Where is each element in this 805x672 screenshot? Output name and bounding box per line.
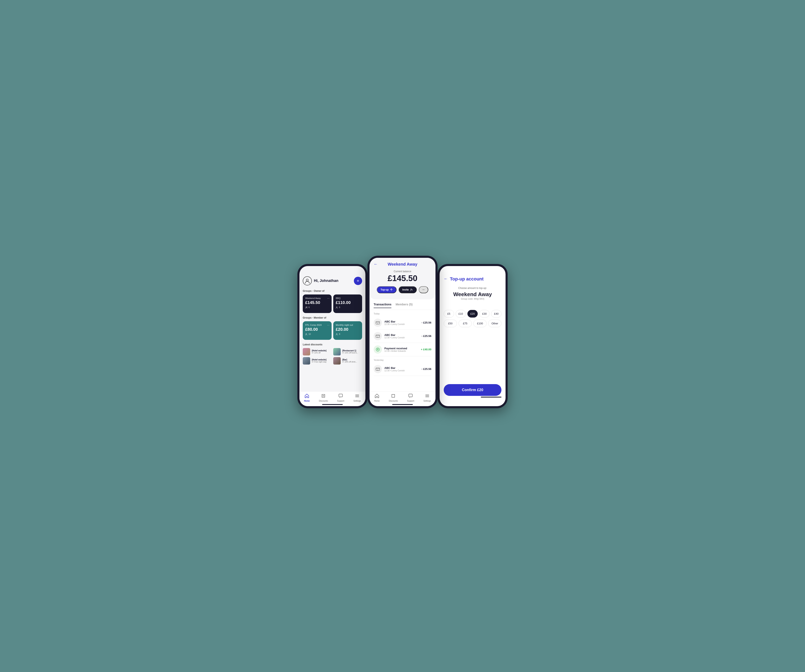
yesterday-label: Yesterday (374, 356, 431, 363)
screen-title-2: Weekend Away (388, 262, 417, 267)
topup-screen-wrapper: ← Top-up account Choose amount to top-up… (440, 266, 506, 406)
discount-info-1: [Hotel website] 🏷 10% off (312, 350, 332, 354)
svg-rect-6 (339, 394, 343, 397)
nav-discounts[interactable]: Discounts (319, 394, 328, 402)
topup-screen-content: ← Top-up account Choose amount to top-up… (440, 266, 506, 406)
discounts-grid: [Hotel website] 🏷 10% off [Restaurant 1]… (303, 348, 362, 365)
discount-name-4: [Bar] (342, 358, 362, 361)
nav2-discounts[interactable]: Discounts (389, 394, 398, 402)
discount-info-2: [Restaurant 1] 🏷 15% off food b... (342, 350, 362, 354)
amount-btn-5[interactable]: £5 (444, 310, 454, 317)
phone-transactions: ← Weekend Away Current balance £145.50 T… (368, 256, 437, 408)
bottom-spacer-3 (444, 396, 501, 402)
tx-meta-3: 12:30 • Amber Edwards (384, 350, 418, 352)
svg-point-5 (336, 334, 337, 334)
tx-item-4[interactable]: ABC Bar 12:30 • Lenny Cornish - £25.56 (374, 363, 431, 376)
home-nav-icon (305, 394, 309, 399)
discount-info-4: [Bar] 🏷 20% off drink... (342, 358, 362, 363)
back-button-2[interactable]: ← (374, 262, 378, 266)
discount-desc-4: 🏷 20% off drink... (342, 361, 362, 363)
group-card-monthly[interactable]: Monthly night out £20.00 8 (333, 321, 362, 340)
discount-desc-2: 🏷 15% off food b... (342, 352, 362, 354)
group-card-weekend-away[interactable]: ··· Weekend Away £145.50 6 (303, 294, 332, 313)
topup-spacer (444, 332, 501, 384)
discount-item-4[interactable]: [Bar] 🏷 20% off drink... (333, 357, 362, 365)
nav2-home-label: Home (374, 400, 380, 402)
svg-point-2 (307, 307, 307, 307)
back-button-3[interactable]: ← (444, 276, 448, 281)
svg-point-3 (336, 307, 337, 307)
tx-item-1[interactable]: ABC Bar 12:30 • Lenny Cornish - £25.56 (374, 316, 431, 330)
card-title-3: FPL Comp 2024 (305, 324, 329, 326)
owner-section-title: Groups - Owner of (303, 289, 362, 292)
weekend-header: ← Weekend Away Current balance £145.50 T… (370, 258, 435, 299)
amount-btn-other[interactable]: Other (488, 320, 501, 327)
amount-grid-1: £5 £10 £20 £30 £40 (444, 310, 501, 317)
tx-meta-1: 12:30 • Lenny Cornish (384, 323, 419, 325)
amount-btn-20[interactable]: £20 (467, 310, 478, 317)
nav-home[interactable]: Home (304, 394, 310, 402)
topup-button[interactable]: Top-up (377, 286, 396, 293)
phone-home: Hi, Johnathan + Groups - Owner of ··· We… (297, 264, 368, 408)
greeting-row: Hi, Johnathan + (303, 276, 362, 286)
nav2-home[interactable]: Home (374, 394, 380, 402)
more-button[interactable]: ··· (419, 286, 428, 293)
topup-header: ← Top-up account (444, 276, 501, 282)
discount-item-1[interactable]: [Hotel website] 🏷 10% off (303, 348, 332, 355)
tx-icon-4 (374, 365, 382, 373)
tx-meta-2: 12:30 • Lenny Cornish (384, 337, 419, 339)
tx-info-4: ABC Bar 12:30 • Lenny Cornish (384, 366, 419, 372)
tx-amount-2: - £25.56 (421, 334, 431, 338)
discount-item-3[interactable]: [Hotel website] 🏷 Free night stay (303, 357, 332, 365)
home-indicator-2 (392, 404, 413, 405)
group-card-fpl[interactable]: ··· FPL Comp 2024 £80.00 10 (303, 321, 332, 340)
add-button[interactable]: + (354, 277, 362, 285)
discount-thumb-4 (333, 357, 341, 365)
tx-name-1: ABC Bar (384, 320, 419, 323)
support-nav-icon-2 (408, 394, 413, 399)
amount-btn-40[interactable]: £40 (491, 310, 501, 317)
nav2-settings[interactable]: Settings (424, 394, 431, 402)
confirm-button[interactable]: Confirm £20 (444, 384, 501, 396)
svg-point-7 (411, 289, 412, 290)
amount-btn-50[interactable]: £50 (444, 320, 457, 327)
member-cards-row: ··· FPL Comp 2024 £80.00 10 Monthly nigh… (303, 321, 362, 340)
group-card-bbq[interactable]: BBQ £110.00 6 (333, 294, 362, 313)
group-code: Group code: 8hfg7JK4) (444, 297, 501, 300)
member-section-title: Groups - Member of (303, 316, 362, 319)
today-label: Today (374, 310, 431, 316)
greeting-text: Hi, Johnathan (314, 279, 338, 283)
amount-btn-10[interactable]: £10 (456, 310, 466, 317)
home-screen: Hi, Johnathan + Groups - Owner of ··· We… (299, 266, 365, 406)
discount-name-1: [Hotel website] (312, 350, 332, 352)
tx-icon-2 (374, 332, 382, 340)
avatar-icon (303, 276, 312, 286)
tx-icon-3 (374, 345, 382, 353)
amount-btn-100[interactable]: £100 (473, 320, 486, 327)
svg-rect-12 (409, 394, 412, 397)
discount-thumb-2 (333, 348, 341, 355)
nav-support-label: Support (337, 400, 344, 402)
tx-info-3: Payment received 12:30 • Amber Edwards (384, 347, 418, 352)
card-title-2: BBQ (336, 297, 360, 299)
discount-thumb-3 (303, 357, 310, 365)
nav-support[interactable]: Support (337, 394, 344, 402)
card-amount-4: £20.00 (336, 327, 360, 332)
tab-transactions[interactable]: Transactions (374, 303, 391, 308)
tx-amount-4: - £25.56 (421, 367, 431, 371)
invite-button[interactable]: Invite (399, 286, 417, 293)
discount-item-2[interactable]: [Restaurant 1] 🏷 15% off food b... (333, 348, 362, 355)
settings-nav-icon (355, 394, 360, 399)
balance-label: Current balance (374, 270, 431, 273)
nav2-support[interactable]: Support (407, 394, 414, 402)
tx-item-2[interactable]: ABC Bar 12:30 • Lenny Cornish - £25.56 (374, 330, 431, 343)
tx-item-3[interactable]: Payment received 12:30 • Amber Edwards +… (374, 343, 431, 356)
home-indicator-3 (481, 397, 501, 398)
home-nav-icon-2 (375, 394, 379, 399)
tab-members[interactable]: Members (5) (396, 303, 412, 308)
amount-btn-75[interactable]: £75 (458, 320, 472, 327)
nav-settings[interactable]: Settings (353, 394, 361, 402)
discount-desc-1: 🏷 10% off (312, 352, 332, 354)
discount-info-3: [Hotel website] 🏷 Free night stay (312, 358, 332, 363)
amount-btn-30[interactable]: £30 (480, 310, 490, 317)
